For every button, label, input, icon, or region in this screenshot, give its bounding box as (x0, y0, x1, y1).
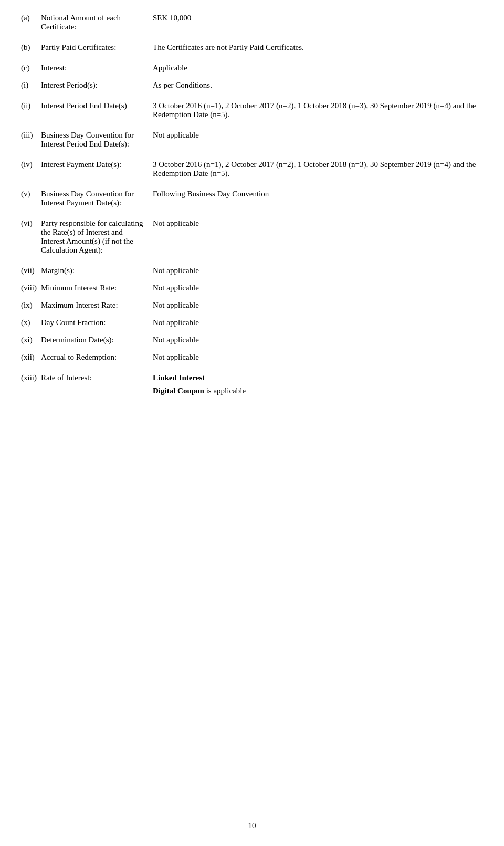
table-row: (ix) Maximum Interest Rate: Not applicab… (21, 298, 483, 313)
digital-coupon-bold: Digital Coupon (153, 387, 204, 395)
row-letter: (xii) (21, 350, 41, 365)
row-value: 3 October 2016 (n=1), 2 October 2017 (n=… (149, 157, 483, 181)
row-letter: (viii) (21, 280, 41, 296)
row-value: The Certificates are not Partly Paid Cer… (149, 40, 483, 55)
table-row: (xiii) Rate of Interest: Linked Interest… (21, 370, 483, 399)
row-label: Party responsible for calculating the Ra… (41, 216, 149, 258)
table-row: (a) Notional Amount of each Certificate:… (21, 11, 483, 35)
row-letter: (ix) (21, 298, 41, 313)
table-row: (ii) Interest Period End Date(s) 3 Octob… (21, 98, 483, 122)
row-label: Day Count Fraction: (41, 315, 149, 330)
row-letter: (a) (21, 11, 41, 35)
row-letter: (ii) (21, 98, 41, 122)
row-value: Not applicable (149, 298, 483, 313)
digital-coupon-suffix: is applicable (204, 387, 246, 395)
row-value: Following Business Day Convention (149, 186, 483, 211)
table-row: (xii) Accrual to Redemption: Not applica… (21, 350, 483, 365)
row-label: Business Day Convention for Interest Per… (41, 128, 149, 152)
row-letter: (xi) (21, 332, 41, 348)
row-label: Interest Period(s): (41, 78, 149, 93)
row-value: Not applicable (149, 263, 483, 278)
row-label: Accrual to Redemption: (41, 350, 149, 365)
table-row: (i) Interest Period(s): As per Condition… (21, 78, 483, 93)
row-label: Interest Payment Date(s): (41, 157, 149, 181)
table-row: (viii) Minimum Interest Rate: Not applic… (21, 280, 483, 296)
table-row: (x) Day Count Fraction: Not applicable (21, 315, 483, 330)
page-number: 10 (248, 821, 256, 830)
row-label: Business Day Convention for Interest Pay… (41, 186, 149, 211)
row-label: Minimum Interest Rate: (41, 280, 149, 296)
linked-interest-line: Linked Interest (153, 373, 483, 382)
row-value: Not applicable (149, 315, 483, 330)
row-letter: (vii) (21, 263, 41, 278)
table-row: (vii) Margin(s): Not applicable (21, 263, 483, 278)
table-row: (c) Interest: Applicable (21, 60, 483, 76)
row-letter: (c) (21, 60, 41, 76)
row-label: Partly Paid Certificates: (41, 40, 149, 55)
row-label: Notional Amount of each Certificate: (41, 11, 149, 35)
row-value: Not applicable (149, 332, 483, 348)
row-letter: (iii) (21, 128, 41, 152)
table-row: (b) Partly Paid Certificates: The Certif… (21, 40, 483, 55)
row-value: Not applicable (149, 216, 483, 258)
table-row: (iii) Business Day Convention for Intere… (21, 128, 483, 152)
row-value: 3 October 2016 (n=1), 2 October 2017 (n=… (149, 98, 483, 122)
row-label: Rate of Interest: (41, 370, 149, 399)
row-letter: (v) (21, 186, 41, 211)
row-letter: (i) (21, 78, 41, 93)
row-letter: (iv) (21, 157, 41, 181)
row-value-special: Linked Interest Digital Coupon is applic… (149, 370, 483, 399)
digital-coupon-line: Digital Coupon is applicable (153, 387, 483, 395)
row-value: Not applicable (149, 280, 483, 296)
row-label: Determination Date(s): (41, 332, 149, 348)
row-label: Margin(s): (41, 263, 149, 278)
row-label: Maximum Interest Rate: (41, 298, 149, 313)
row-value: SEK 10,000 (149, 11, 483, 35)
row-value: Applicable (149, 60, 483, 76)
row-letter: (b) (21, 40, 41, 55)
row-label: Interest: (41, 60, 149, 76)
row-letter: (vi) (21, 216, 41, 258)
row-label: Interest Period End Date(s) (41, 98, 149, 122)
row-value: As per Conditions. (149, 78, 483, 93)
table-row: (v) Business Day Convention for Interest… (21, 186, 483, 211)
page-container: (a) Notional Amount of each Certificate:… (0, 0, 504, 846)
row-letter: (x) (21, 315, 41, 330)
table-row: (xi) Determination Date(s): Not applicab… (21, 332, 483, 348)
row-value: Not applicable (149, 350, 483, 365)
table-row: (iv) Interest Payment Date(s): 3 October… (21, 157, 483, 181)
table-row: (vi) Party responsible for calculating t… (21, 216, 483, 258)
content-table: (a) Notional Amount of each Certificate:… (21, 11, 483, 399)
row-value: Not applicable (149, 128, 483, 152)
row-letter: (xiii) (21, 370, 41, 399)
